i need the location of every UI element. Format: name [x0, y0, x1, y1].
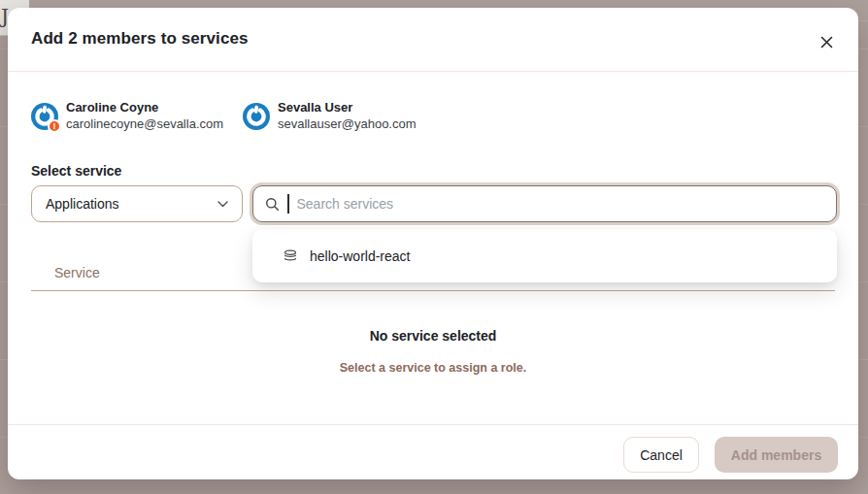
- empty-state-hint: Select a service to assign a role.: [8, 361, 858, 375]
- select-service-label: Select service: [31, 163, 121, 179]
- dialog-title: Add 2 members to services: [31, 29, 249, 49]
- search-result-label: hello-world-react: [310, 248, 410, 264]
- close-icon: [820, 36, 833, 49]
- search-services-input[interactable]: [297, 196, 825, 212]
- stack-icon: [283, 248, 298, 264]
- warning-badge: !: [48, 119, 61, 133]
- service-column-header: Service: [54, 265, 100, 280]
- table-header-divider: [31, 290, 835, 291]
- member-email: carolinecoyne@sevalla.com: [66, 115, 223, 132]
- footer-divider: [8, 424, 858, 425]
- dialog-footer: Cancel Add members: [623, 437, 838, 473]
- header-divider: [8, 71, 858, 72]
- member-name: Caroline Coyne: [66, 99, 223, 115]
- member-card: Sevalla User sevallauser@yahoo.com: [243, 97, 417, 132]
- service-type-value: Applications: [46, 196, 119, 212]
- sevalla-logo-icon: [243, 103, 270, 130]
- member-card: ! Caroline Coyne carolinecoyne@sevalla.c…: [31, 97, 223, 132]
- search-result-item[interactable]: hello-world-react: [252, 237, 837, 276]
- close-button[interactable]: [816, 31, 837, 52]
- member-info: Sevalla User sevallauser@yahoo.com: [278, 97, 417, 132]
- chevron-down-icon: [217, 201, 228, 208]
- add-members-dialog: Add 2 members to services ! Caroline Coy…: [8, 8, 858, 479]
- avatar: !: [31, 103, 58, 130]
- text-caret: [287, 194, 289, 214]
- member-name: Sevalla User: [278, 99, 417, 115]
- avatar: [243, 103, 270, 130]
- member-info: Caroline Coyne carolinecoyne@sevalla.com: [66, 97, 223, 132]
- member-email: sevallauser@yahoo.com: [278, 115, 417, 132]
- add-members-button[interactable]: Add members: [715, 437, 838, 473]
- cancel-button[interactable]: Cancel: [623, 437, 699, 473]
- search-icon: [265, 197, 280, 212]
- service-type-select[interactable]: Applications: [31, 185, 243, 222]
- empty-state-title: No service selected: [8, 328, 858, 344]
- search-services-input-box[interactable]: [252, 185, 837, 222]
- search-results-dropdown: hello-world-react: [252, 229, 837, 282]
